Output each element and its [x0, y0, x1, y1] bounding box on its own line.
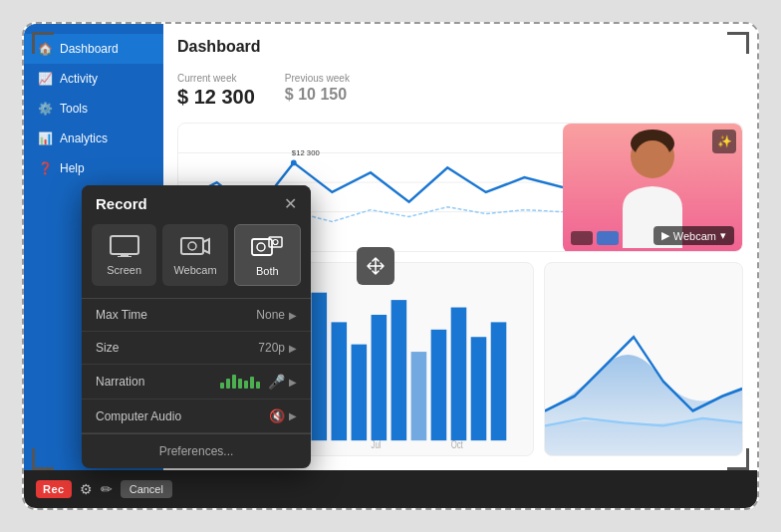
bar2 [226, 379, 230, 389]
bar7 [256, 382, 260, 389]
svg-point-3 [291, 159, 297, 165]
webcam-preview: ✨ ▶ Webcam ▾ [563, 124, 742, 252]
sidebar-item-help[interactable]: ❓ Help [24, 153, 163, 183]
move-handle[interactable] [357, 247, 394, 285]
edit-icon[interactable]: ✏ [101, 481, 113, 497]
max-time-value: None ▶ [256, 308, 297, 322]
cancel-button[interactable]: Cancel [121, 480, 172, 498]
webcam-svg [180, 235, 210, 257]
webcam-text: Webcam [673, 230, 716, 242]
settings-section: Max Time None ▶ Size 720p ▶ Narration [82, 298, 311, 433]
screen-mode-label: Screen [107, 264, 141, 276]
both-svg [251, 236, 283, 258]
sidebar-label-help: Help [60, 161, 85, 175]
prev-week-label: Previous week [285, 73, 350, 84]
bottom-toolbar: Rec ⚙ ✏ Cancel [24, 470, 757, 508]
svg-text:Jul: Jul [372, 439, 382, 450]
size-row[interactable]: Size 720p ▶ [82, 332, 311, 365]
webcam-label-overlay[interactable]: ▶ Webcam ▾ [653, 226, 734, 245]
computer-audio-controls: 🔇 ▶ [269, 408, 297, 423]
rec-button[interactable]: Rec [36, 480, 72, 498]
record-panel-header: Record ✕ [82, 185, 311, 220]
current-week-label: Current week [177, 73, 236, 84]
svg-rect-23 [451, 308, 467, 441]
magic-button[interactable]: ✨ [712, 130, 736, 153]
webcam-icon: ▶ [661, 229, 669, 242]
bar3 [232, 375, 236, 389]
tools-icon: ⚙️ [38, 102, 52, 116]
narration-label: Narration [96, 375, 144, 389]
svg-text:Oct: Oct [451, 439, 463, 450]
svg-rect-17 [332, 322, 348, 440]
svg-point-37 [257, 243, 265, 251]
wc-screen-btn[interactable] [571, 231, 593, 245]
wc-cam-btn[interactable] [597, 231, 619, 245]
computer-audio-row[interactable]: Computer Audio 🔇 ▶ [82, 399, 311, 433]
webcam-dropdown[interactable]: ▾ [720, 229, 726, 242]
narration-bars [220, 375, 260, 389]
svg-rect-31 [121, 254, 129, 256]
svg-rect-25 [491, 322, 507, 440]
corner-br [727, 448, 749, 470]
mic-icon[interactable]: 🎤 [268, 374, 285, 390]
record-close-button[interactable]: ✕ [284, 196, 297, 212]
sidebar-item-analytics[interactable]: 📊 Analytics [24, 124, 163, 153]
svg-point-7 [635, 140, 670, 176]
mode-screen[interactable]: Screen [92, 224, 156, 286]
analytics-icon: 📊 [38, 132, 52, 145]
bar6 [250, 377, 254, 389]
svg-rect-18 [352, 345, 368, 441]
sidebar-item-tools[interactable]: ⚙️ Tools [24, 94, 163, 124]
current-week-value: $ 12 300 [177, 86, 255, 109]
size-val: 720p [258, 341, 285, 355]
webcam-mode-icon [179, 234, 211, 258]
size-value: 720p ▶ [258, 341, 297, 355]
narration-row[interactable]: Narration 🎤 ▶ [82, 365, 311, 399]
screen-icon [109, 234, 140, 258]
webcam-controls [571, 231, 619, 245]
size-label: Size [96, 341, 119, 355]
help-icon: ❓ [38, 161, 52, 175]
svg-rect-24 [471, 337, 487, 440]
current-week-stat: Current week $ 12 300 [177, 68, 255, 109]
mode-webcam[interactable]: Webcam [162, 224, 227, 286]
svg-rect-30 [111, 236, 138, 254]
screen-svg [110, 235, 139, 257]
corner-tr [727, 32, 749, 54]
activity-icon: 📈 [38, 72, 52, 86]
bar1 [220, 383, 224, 389]
svg-rect-21 [411, 352, 427, 440]
svg-rect-19 [372, 315, 388, 440]
sidebar-label-tools: Tools [60, 102, 88, 116]
preferences-button[interactable]: Preferences... [82, 433, 311, 468]
max-time-label: Max Time [96, 308, 147, 322]
sidebar-item-activity[interactable]: 📈 Activity [24, 64, 163, 94]
corner-bl [32, 448, 54, 470]
mode-both[interactable]: Both [234, 224, 301, 286]
narration-arrow: ▶ [289, 377, 297, 388]
sidebar-label-activity: Activity [60, 72, 98, 86]
sidebar-label-dashboard: Dashboard [60, 42, 119, 56]
preferences-label: Preferences... [159, 444, 234, 458]
mode-row: Screen Webcam [82, 220, 311, 298]
main-frame: 🏠 Dashboard 📈 Activity ⚙️ Tools 📊 Analyt… [22, 22, 759, 510]
record-panel: Record ✕ Screen [82, 185, 311, 468]
max-time-val: None [256, 308, 285, 322]
sidebar-label-analytics: Analytics [60, 132, 108, 145]
record-title: Record [96, 195, 147, 212]
webcam-mode-label: Webcam [173, 264, 216, 276]
bar5 [244, 381, 248, 389]
settings-icon[interactable]: ⚙ [80, 481, 93, 497]
svg-text:$12 300: $12 300 [292, 148, 321, 157]
bar4 [238, 379, 242, 389]
speaker-muted-icon[interactable]: 🔇 [269, 408, 285, 423]
max-time-row[interactable]: Max Time None ▶ [82, 299, 311, 332]
prev-week-value: $ 10 150 [285, 86, 350, 104]
area-chart-svg [545, 263, 742, 455]
narration-controls: 🎤 ▶ [220, 374, 297, 390]
size-arrow: ▶ [289, 343, 297, 354]
svg-rect-20 [391, 300, 407, 440]
both-icon [251, 235, 283, 259]
svg-rect-32 [118, 256, 131, 257]
area-chart-area [544, 262, 743, 456]
